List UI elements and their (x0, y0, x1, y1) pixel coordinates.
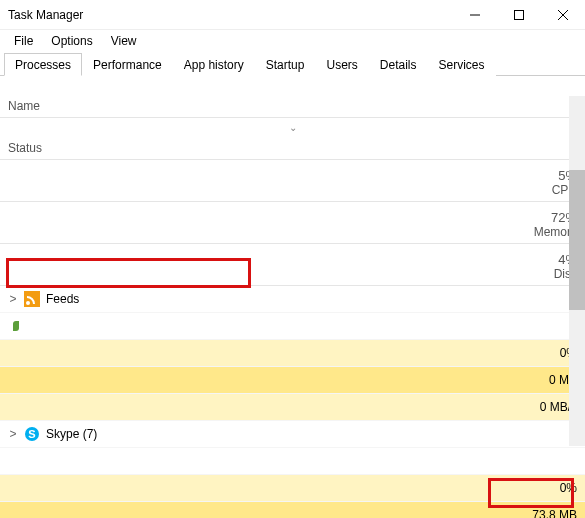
svg-rect-1 (515, 10, 524, 19)
col-memory[interactable]: 72%Memory (0, 202, 585, 244)
memory-cell: 73.8 MB (0, 502, 585, 518)
status-cell (8, 321, 24, 331)
tab-users[interactable]: Users (315, 53, 368, 76)
app-icon (24, 291, 40, 307)
titlebar: Task Manager (0, 0, 585, 30)
col-disk[interactable]: 4%Disk (0, 244, 585, 286)
tab-processes[interactable]: Processes (4, 53, 82, 76)
tab-startup[interactable]: Startup (255, 53, 316, 76)
tab-services[interactable]: Services (428, 53, 496, 76)
col-name[interactable]: Name (0, 76, 585, 118)
col-status[interactable]: ⌄Status (0, 118, 585, 160)
expand-icon[interactable]: > (8, 427, 18, 441)
minimize-button[interactable] (453, 0, 497, 30)
process-name: Feeds (46, 292, 79, 306)
menubar: File Options View (0, 30, 585, 52)
tab-performance[interactable]: Performance (82, 53, 173, 76)
window-title: Task Manager (8, 8, 453, 22)
vertical-scroll-thumb[interactable] (569, 170, 585, 310)
tabs: Processes Performance App history Startu… (0, 52, 585, 76)
menu-options[interactable]: Options (43, 32, 100, 50)
menu-file[interactable]: File (6, 32, 41, 50)
cpu-cell: 0% (0, 475, 585, 502)
close-button[interactable] (541, 0, 585, 30)
maximize-button[interactable] (497, 0, 541, 30)
tab-apphistory[interactable]: App history (173, 53, 255, 76)
svg-text:S: S (28, 428, 35, 440)
memory-cell: 0 MB (0, 367, 585, 394)
cpu-cell: 0% (0, 340, 585, 367)
menu-view[interactable]: View (103, 32, 145, 50)
col-cpu[interactable]: 5%CPU (0, 160, 585, 202)
process-list[interactable]: >Feeds0%0 MB0 MB/s>SSkype (7)0%73.8 MB0 … (0, 286, 585, 518)
app-icon: S (24, 426, 40, 442)
sort-indicator-icon: ⌄ (8, 122, 577, 133)
expand-icon[interactable]: > (8, 292, 18, 306)
disk-cell: 0 MB/s (0, 394, 585, 421)
energy-leaf-icon (13, 321, 19, 331)
tab-details[interactable]: Details (369, 53, 428, 76)
process-name: Skype (7) (46, 427, 97, 441)
svg-point-5 (26, 301, 30, 305)
